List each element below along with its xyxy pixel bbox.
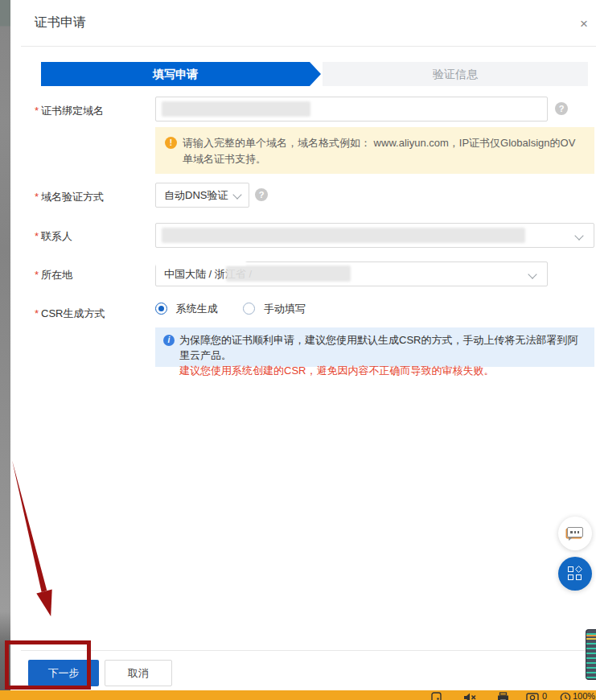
close-icon[interactable]: × (574, 14, 594, 34)
required-mark: * (35, 105, 39, 117)
step-verify-info: 验证信息 (323, 62, 588, 86)
page-backdrop-strip (0, 0, 10, 690)
step-bar: 填写申请 验证信息 (41, 62, 588, 86)
csr-notice-line1: 为保障您的证书顺利申请，建议您使用默认生成CSR的方式，手动上传将无法部署到阿里… (179, 332, 585, 363)
panel-icon[interactable] (431, 692, 442, 700)
domain-value-redacted (162, 101, 310, 117)
annotation-rectangle (5, 640, 91, 690)
region-redaction-patch (143, 252, 246, 266)
step-arrow-tip (310, 62, 321, 86)
printer-icon[interactable] (497, 692, 509, 700)
radio-selected-icon (155, 303, 167, 315)
speech-bubble-icon (567, 527, 583, 537)
certificate-apply-modal: 证书申请 × 填写申请 验证信息 *证书绑定域名 ? ! 请输入完整的单个域名，… (10, 0, 596, 690)
record-count: 0 (542, 691, 547, 700)
warning-icon: ! (165, 137, 177, 149)
contact-value-redacted (162, 228, 525, 243)
app-grid-button[interactable] (558, 557, 592, 591)
feedback-chat-button[interactable] (558, 517, 592, 550)
edge-panel-widget[interactable] (586, 629, 596, 680)
radio-manual-fill[interactable]: 手动填写 (243, 303, 306, 315)
title-divider (21, 46, 596, 47)
camera-icon[interactable] (526, 692, 539, 700)
step-active-label: 填写申请 (153, 68, 198, 80)
domain-notice-text: 请输入完整的单个域名，域名格式例如： www.aliyun.com，IP证书仅G… (183, 137, 575, 165)
chevron-down-icon (574, 231, 583, 240)
region-label: *所在地 (35, 268, 72, 282)
verify-method-value: 自动DNS验证 (164, 189, 228, 201)
region-value-redacted (226, 266, 351, 282)
csr-radio-group: 系统生成 手动填写 (155, 302, 328, 316)
csr-notice-line2: 建议您使用系统创建的CSR，避免因内容不正确而导致的审核失败。 (179, 363, 585, 378)
domain-field-label: *证书绑定域名 (35, 104, 104, 118)
chevron-down-icon (232, 190, 241, 199)
verify-help-icon[interactable]: ? (255, 188, 268, 201)
app-grid-icon (568, 566, 582, 581)
cancel-button[interactable]: 取消 (105, 660, 172, 686)
capture-toolbar: 0 100% (0, 690, 596, 700)
domain-notice: ! 请输入完整的单个域名，域名格式例如： www.aliyun.com，IP证书… (155, 127, 594, 174)
radio-unselected-icon (243, 303, 255, 315)
chevron-down-icon (528, 270, 536, 278)
step-inactive-label: 验证信息 (433, 68, 478, 80)
speaker-mute-icon[interactable] (463, 692, 477, 700)
verify-method-select[interactable]: 自动DNS验证 (155, 183, 249, 208)
csr-label: *CSR生成方式 (35, 307, 105, 321)
verify-method-label: *域名验证方式 (35, 190, 104, 204)
footer-divider (21, 650, 596, 651)
info-icon: i (163, 335, 175, 346)
domain-help-icon[interactable]: ? (555, 102, 568, 115)
contact-label: *联系人 (35, 229, 72, 244)
step-fill-application[interactable]: 填写申请 (41, 62, 310, 86)
modal-title: 证书申请 (35, 14, 86, 31)
zoom-level: 100% (573, 691, 595, 700)
radio-system-generate[interactable]: 系统生成 (155, 303, 220, 315)
csr-notice: i 为保障您的证书顺利申请，建议您使用默认生成CSR的方式，手动上传将无法部署到… (155, 327, 594, 367)
clock-icon[interactable] (560, 692, 571, 700)
